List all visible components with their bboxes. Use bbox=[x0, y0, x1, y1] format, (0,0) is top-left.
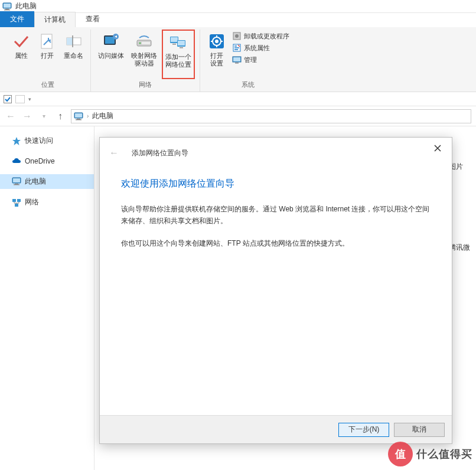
ribbon-group-network: 访问媒体 映射网络 驱动器 添加一个 网络位置 网络 bbox=[91, 30, 200, 92]
watermark-badge: 值 bbox=[388, 442, 413, 466]
uninstall-icon bbox=[232, 31, 242, 41]
wizard-title: 添加网络位置向导 bbox=[132, 148, 188, 158]
group-label-system: 系统 bbox=[242, 79, 255, 92]
window-title: 此电脑 bbox=[15, 1, 37, 11]
svg-rect-16 bbox=[172, 44, 176, 45]
select-all-checkbox[interactable] bbox=[4, 95, 12, 103]
address-location: 此电脑 bbox=[92, 111, 113, 121]
open-settings-button[interactable]: 打开 设置 bbox=[205, 30, 229, 79]
recent-dropdown[interactable]: ▾ bbox=[38, 110, 50, 122]
media-icon bbox=[102, 32, 120, 51]
map-drive-button[interactable]: 映射网络 驱动器 bbox=[129, 30, 159, 79]
svg-rect-6 bbox=[67, 38, 73, 45]
wizard-heading: 欢迎使用添加网络位置向导 bbox=[121, 178, 431, 190]
svg-rect-32 bbox=[235, 63, 239, 64]
address-bar[interactable]: › 此电脑 bbox=[71, 109, 471, 123]
ribbon: 属性 打开 重命名 位置 访问媒体 bbox=[0, 27, 476, 92]
uninstall-programs-button[interactable]: 卸载或更改程序 bbox=[231, 31, 291, 41]
chevron-right-icon: › bbox=[87, 113, 89, 119]
wizard-header: ← 添加网络位置向导 bbox=[100, 138, 452, 168]
svg-rect-19 bbox=[180, 47, 183, 48]
wizard-paragraph-1: 该向导帮助你注册提供联机存储空间的服务。通过 Web 浏览器和 Internet… bbox=[121, 203, 431, 227]
svg-rect-15 bbox=[171, 37, 178, 42]
open-icon bbox=[38, 32, 57, 51]
svg-rect-1 bbox=[4, 4, 11, 8]
star-icon bbox=[12, 136, 21, 146]
ribbon-tabs: 文件 计算机 查看 bbox=[0, 13, 476, 27]
access-media-button[interactable]: 访问媒体 bbox=[96, 30, 126, 79]
manage-button[interactable]: 管理 bbox=[231, 54, 291, 65]
svg-rect-35 bbox=[75, 113, 82, 117]
svg-rect-42 bbox=[12, 199, 16, 202]
svg-rect-36 bbox=[77, 119, 80, 119]
watermark: 值 什么值得买 bbox=[388, 442, 472, 466]
this-pc-icon bbox=[74, 112, 83, 120]
watermark-text: 什么值得买 bbox=[416, 447, 472, 461]
folder-mini-icon bbox=[15, 95, 25, 103]
title-bar: 此电脑 bbox=[0, 0, 476, 13]
svg-rect-3 bbox=[4, 9, 10, 11]
navigation-bar: ← → ▾ ↑ › 此电脑 bbox=[0, 106, 476, 126]
svg-rect-44 bbox=[15, 204, 18, 207]
group-label-network: 网络 bbox=[139, 79, 152, 92]
open-button[interactable]: 打开 bbox=[35, 30, 59, 79]
svg-rect-18 bbox=[178, 41, 185, 45]
dropdown-icon[interactable]: ▾ bbox=[28, 96, 31, 102]
rename-button[interactable]: 重命名 bbox=[61, 30, 86, 79]
ribbon-group-system: 打开 设置 卸载或更改程序 系统属性 管理 系统 bbox=[200, 30, 295, 92]
checkmark-icon bbox=[12, 32, 31, 51]
cloud-icon bbox=[12, 156, 21, 166]
rename-icon bbox=[64, 32, 83, 51]
svg-rect-31 bbox=[233, 57, 240, 61]
properties-button[interactable]: 属性 bbox=[9, 30, 33, 79]
sidebar-item-this-pc[interactable]: 此电脑 bbox=[0, 174, 94, 189]
wizard-footer: 下一步(N) 取消 bbox=[100, 415, 452, 443]
quick-access-toolbar: ▾ bbox=[0, 92, 476, 106]
ribbon-group-location: 属性 打开 重命名 位置 bbox=[5, 30, 91, 92]
forward-button[interactable]: → bbox=[21, 110, 33, 122]
svg-rect-13 bbox=[142, 42, 150, 44]
svg-rect-40 bbox=[15, 184, 18, 184]
svg-rect-33 bbox=[4, 95, 12, 103]
svg-rect-39 bbox=[13, 178, 20, 182]
sidebar-item-quick-access[interactable]: 快速访问 bbox=[0, 133, 94, 148]
svg-rect-2 bbox=[5, 9, 9, 9]
system-properties-button[interactable]: 系统属性 bbox=[231, 43, 291, 53]
tab-file[interactable]: 文件 bbox=[0, 11, 34, 27]
svg-point-22 bbox=[215, 40, 219, 43]
this-pc-icon bbox=[2, 2, 12, 11]
wizard-paragraph-2: 你也可以用这个向导来创建网站、FTP 站点或其他网络位置的快捷方式。 bbox=[121, 237, 431, 249]
wizard-body: 欢迎使用添加网络位置向导 该向导帮助你注册提供联机存储空间的服务。通过 Web … bbox=[100, 168, 452, 415]
add-network-location-wizard: ← 添加网络位置向导 欢迎使用添加网络位置向导 该向导帮助你注册提供联机存储空间… bbox=[99, 137, 452, 444]
tab-computer[interactable]: 计算机 bbox=[34, 12, 76, 27]
back-button[interactable]: ← bbox=[5, 110, 17, 122]
svg-point-12 bbox=[139, 43, 141, 44]
next-button[interactable]: 下一步(N) bbox=[338, 423, 389, 437]
sidebar-item-onedrive[interactable]: OneDrive bbox=[0, 154, 94, 168]
svg-rect-43 bbox=[17, 199, 21, 202]
close-button[interactable] bbox=[428, 141, 447, 155]
cancel-button[interactable]: 取消 bbox=[394, 423, 445, 437]
group-label-location: 位置 bbox=[41, 79, 54, 92]
sidebar-item-network[interactable]: 网络 bbox=[0, 195, 94, 210]
up-button[interactable]: ↑ bbox=[54, 110, 66, 122]
settings-icon bbox=[207, 32, 226, 51]
svg-rect-41 bbox=[14, 184, 19, 185]
sysprops-icon bbox=[232, 43, 242, 53]
svg-point-28 bbox=[235, 34, 239, 38]
network-icon bbox=[12, 198, 21, 207]
drive-icon bbox=[135, 32, 154, 51]
tab-view[interactable]: 查看 bbox=[76, 11, 110, 27]
svg-rect-37 bbox=[76, 119, 81, 120]
add-network-location-button[interactable]: 添加一个 网络位置 bbox=[162, 30, 195, 79]
wizard-back-button[interactable]: ← bbox=[107, 146, 121, 160]
network-location-icon bbox=[169, 33, 188, 52]
navigation-sidebar: 快速访问 OneDrive 此电脑 网络 bbox=[0, 126, 94, 470]
manage-icon bbox=[232, 55, 242, 64]
this-pc-icon bbox=[12, 177, 21, 187]
